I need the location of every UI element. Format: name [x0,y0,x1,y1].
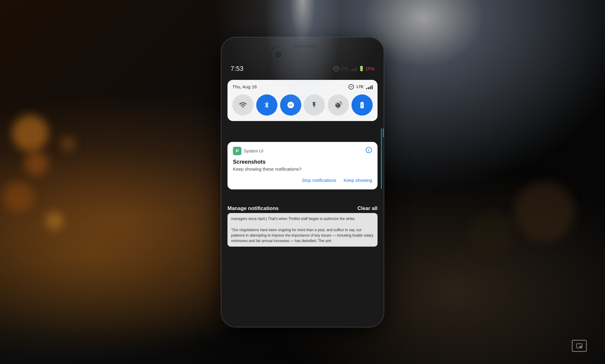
front-camera [270,47,286,62]
qs-tile-flashlight[interactable] [304,94,325,116]
notification-card: P System UI i Screenshots Keep showing t… [227,142,378,189]
qs-signal-1 [366,88,367,89]
notif-header: P System UI i [233,147,372,155]
qs-date: Thu, Aug 16 [232,84,257,89]
pip-icon [572,340,587,352]
signal-bar-2 [352,69,353,71]
stop-notifications-button[interactable]: Stop notifications [302,176,336,184]
bokeh-5 [60,136,76,151]
qs-tile-battery-saver[interactable] [352,94,373,116]
notification-bottom-bar: Manage notifications Clear all [227,205,378,212]
bokeh-2 [24,151,48,175]
manage-notifications-button[interactable]: Manage notifications [227,205,279,212]
battery-percentage: 15% [365,66,374,71]
battery-indicator: 🔋 15% [358,66,374,71]
notif-app-icon: P [233,147,241,155]
qs-tile-autorotate[interactable] [328,94,349,116]
signal-bar-1 [350,70,351,71]
article-paragraph: managers since April.) That's when Thril… [231,216,374,221]
status-time: 7:53 [231,65,244,73]
svg-text:i: i [368,148,369,152]
bokeh-7 [469,212,514,257]
status-right-icons: LTE 🔋 15% [333,66,374,71]
article-quote: "Our negotiations have been ongoing for … [231,227,374,244]
notif-info-icon[interactable]: i [365,147,372,155]
notif-app-info: P System UI [233,147,263,155]
lte-label: LTE [341,66,348,71]
qs-signal-3 [370,86,371,89]
qs-tiles-row [232,94,373,116]
article-text: managers since April.) That's when Thril… [227,213,378,247]
phone-screen: 7:53 LTE 🔋 15% Thu, Aug 16 [221,38,384,327]
notif-body: Keep showing these notifications? [233,166,372,172]
pip-thumbnail [579,346,582,348]
bokeh-4 [45,212,64,230]
article-content: managers since April.) That's when Thril… [227,213,378,315]
quick-settings-panel: Thu, Aug 16 LTE [227,80,378,121]
qs-status-icons: LTE [348,84,373,90]
scroll-indicator [381,128,382,189]
notif-actions: Stop notifications Keep showing [233,176,372,184]
pip-inner [576,343,582,348]
bokeh-6 [514,182,575,242]
bokeh-1 [12,115,48,151]
notif-app-name: System UI [244,149,263,153]
signal-bar-3 [354,68,355,71]
qs-tile-dnd[interactable] [280,94,301,116]
camera-lens [274,50,283,59]
qs-signal-4 [371,85,373,89]
qs-tile-wifi[interactable] [232,94,253,116]
signal-bars [350,66,357,71]
qs-lte: LTE [356,84,364,89]
bokeh-3 [3,182,33,212]
keep-showing-button[interactable]: Keep showing [344,176,372,184]
dnd-status-icon [333,66,339,71]
qs-signal-2 [368,87,369,89]
clear-all-button[interactable]: Clear all [358,205,378,212]
speaker-grill [293,45,318,48]
qs-tile-bluetooth[interactable] [256,94,277,116]
status-bar: 7:53 LTE 🔋 15% [231,65,374,73]
qs-signal [366,84,373,89]
notif-title: Screenshots [233,159,372,165]
side-accent [383,128,384,137]
signal-bar-4 [355,67,357,71]
qs-header: Thu, Aug 16 LTE [232,84,373,90]
phone-frame: 7:53 LTE 🔋 15% Thu, Aug 16 [221,37,384,327]
qs-dnd-icon [348,84,354,90]
